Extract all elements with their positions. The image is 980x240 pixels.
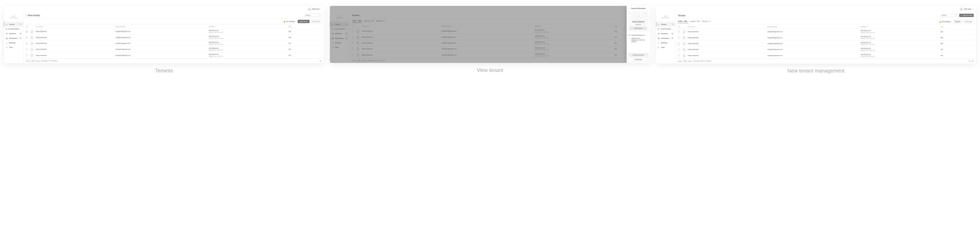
row-checkbox[interactable] (678, 37, 680, 38)
col-building[interactable]: Building⇅ (861, 26, 940, 28)
row-email: kristy007@gmail.com (768, 49, 861, 50)
table-row[interactable]: Kristy Gleichner kristy007@gmail.com 330… (24, 29, 324, 35)
tab-active[interactable]: Active1856 (678, 20, 688, 23)
nav-icon: ⊞ (5, 33, 8, 35)
nav-badge: 5 (671, 32, 674, 35)
sidebar-item-buildings[interactable]: ⌂ Buildings (4, 41, 23, 45)
logo[interactable]: ⌂⌂ SMART LIVING (4, 12, 23, 21)
row-checkbox[interactable] (678, 49, 680, 51)
modal-overlay[interactable] (330, 6, 650, 63)
nav-icon: ✉ (5, 28, 7, 30)
nav-label: Buildings (661, 42, 674, 44)
row-avatar (30, 36, 34, 39)
table-row[interactable]: Kristy Gleichner kristy007@gmail.com 330… (676, 53, 976, 59)
col-building[interactable]: Building⇅ (208, 25, 288, 27)
row-building: 330 Mcleod StOttawa, ON, K2P 2C5 (861, 42, 940, 46)
search-box[interactable]: ⌕ (940, 14, 958, 17)
building-filter[interactable]: 🔒 All buildings ⌄ (939, 21, 952, 23)
row-building: 330 Mcleod StOttawa, ON, K2P 2C5 (861, 48, 940, 51)
caption: Tenants (4, 68, 324, 74)
row-email: kristy007@gmail.com (768, 31, 861, 33)
export-button[interactable]: Export (953, 20, 962, 23)
drawer-back-icon[interactable]: ← (628, 8, 630, 10)
row-name: Kristy Gleichner (36, 48, 115, 50)
sidebar-item-communication[interactable]: ✉ Communication ⌄ (656, 27, 675, 31)
approve-new-button[interactable]: ☺ Approve new (959, 14, 974, 17)
row-unit: 301 (288, 54, 322, 56)
row-unit: 301 (940, 43, 974, 45)
row-avatar (30, 48, 34, 51)
deactivate-button[interactable]: Deactivate (963, 20, 974, 23)
edit-icon[interactable]: ✎ (644, 12, 648, 15)
table-row[interactable]: Kristy Gleichner kristy007@gmail.com 330… (676, 29, 976, 35)
row-checkbox[interactable] (678, 31, 680, 33)
sidebar-item-buildings[interactable]: ⌂ Buildings (656, 41, 675, 45)
sidebar-item-team[interactable]: ☺ Team (656, 45, 675, 49)
per-page-selector[interactable]: 10▴▾ (683, 60, 687, 62)
row-checkbox[interactable] (26, 42, 28, 44)
page-1[interactable]: 1 (968, 60, 970, 62)
row-avatar (682, 48, 686, 51)
approve-button[interactable]: Approve (1) (298, 20, 310, 23)
sidebar-item-newsfeed[interactable]: ⊞ Newsfeed 5 (656, 31, 675, 36)
per-page-selector[interactable]: 10▴▾ (31, 60, 35, 62)
row-name: Kristy Gleichner (688, 55, 768, 56)
table-row[interactable]: Kristy Gleichner kristy007@gmail.com 330… (24, 52, 324, 59)
reset-password-button[interactable]: Reset password (628, 53, 649, 57)
show-label: Show (26, 60, 30, 62)
nav-icon: ⊞ (657, 33, 660, 35)
back-icon[interactable]: ‹ (26, 14, 27, 17)
filter-label: All buildings (286, 21, 294, 22)
user-menu[interactable]: John Doe ⌄ (308, 8, 322, 10)
sidebar-item-marketplace[interactable]: ▤ Marketplace 5 (656, 36, 675, 41)
row-email: kristy007@gmail.com (115, 54, 208, 56)
user-menu[interactable]: John Doe ⌄ (960, 8, 974, 10)
send-notice-button[interactable]: Send notice (630, 27, 647, 30)
sidebar-item-tenants[interactable]: ☺ Tenants 5 (4, 22, 23, 27)
page-1[interactable]: 1 (319, 60, 321, 62)
row-checkbox[interactable] (26, 30, 28, 33)
row-unit: 301 (940, 49, 974, 50)
sidebar-item-tenants[interactable]: ☺ Tenants 5 (656, 22, 675, 27)
items-label: items (36, 60, 40, 62)
lock-icon: 🔒 (283, 21, 286, 22)
table-row[interactable]: Kristy Gleichner kristy007@gmail.com 330… (24, 35, 324, 40)
tenant-avatar (635, 13, 642, 20)
tab-inactive[interactable]: Inactive246 (690, 21, 700, 23)
col-fullname[interactable]: Full name⇅ (36, 25, 115, 27)
row-checkbox[interactable] (26, 37, 28, 38)
sidebar-item-newsfeed[interactable]: ⊞ Newsfeed 5 (4, 31, 23, 36)
decline-button[interactable]: Decline (1) (311, 20, 322, 23)
page-2[interactable]: 2 (971, 60, 974, 62)
table-row[interactable]: Kristy Gleichner kristy007@gmail.com 330… (676, 35, 976, 41)
table-row[interactable]: Kristy Gleichner kristy007@gmail.com 330… (676, 47, 976, 52)
sidebar-item-team[interactable]: ☺ Team (4, 45, 23, 49)
table-row[interactable]: Kristy Gleichner kristy007@gmail.com 330… (24, 41, 324, 46)
select-all-checkbox[interactable] (26, 25, 28, 27)
row-checkbox[interactable] (26, 48, 28, 50)
row-email: kristy007@gmail.com (115, 37, 208, 38)
logo[interactable]: ⌂⌂ SMART LIVING (656, 12, 675, 21)
chevron-down-icon: ⌄ (951, 21, 952, 22)
search-input[interactable] (942, 14, 956, 16)
row-checkbox[interactable] (678, 54, 680, 56)
table-row[interactable]: Kristy Gleichner kristy007@gmail.com 330… (24, 46, 324, 52)
search-input[interactable] (305, 14, 319, 16)
logo-text: SMART LIVING (662, 17, 670, 18)
tab-banned[interactable]: Banned5 (702, 21, 711, 23)
row-checkbox[interactable] (678, 43, 680, 45)
sidebar-item-communication[interactable]: ✉ Communication ⌄ (4, 27, 23, 31)
nav-label: Tenants (9, 24, 18, 25)
deactivate-button[interactable]: Deactivate (628, 57, 649, 61)
table-row[interactable]: Kristy Gleichner kristy007@gmail.com 330… (676, 41, 976, 47)
select-all-checkbox[interactable] (678, 25, 680, 28)
building-filter[interactable]: 🔒 All buildings ⌄ (283, 21, 296, 22)
nav-icon: ▤ (5, 37, 8, 40)
row-checkbox[interactable] (26, 54, 28, 56)
sidebar-item-marketplace[interactable]: ▤ Marketplace 5 (4, 36, 23, 41)
search-box[interactable]: ⌕ (304, 14, 321, 17)
col-fullname[interactable]: Full name⇅ (688, 26, 768, 28)
nav-label: Team (9, 46, 22, 48)
row-building: 330 Mcleod StOttawa, ON, K2P 2C5 (208, 48, 288, 51)
nav-icon: ✉ (657, 28, 659, 30)
